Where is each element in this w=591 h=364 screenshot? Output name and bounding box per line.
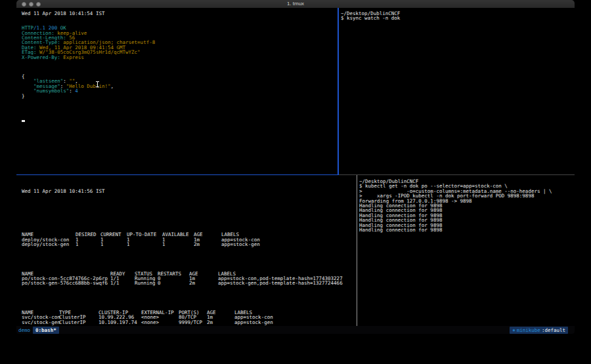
table-row: po/stock-gen-576cc688bb-swqf61/1Running0… [22, 281, 356, 285]
pane-http-response[interactable]: Wed 11 Apr 2018 10:41:54 IST HTTP/1.1 20… [16, 8, 338, 174]
active-pane-border-horizontal[interactable] [16, 174, 338, 176]
table-cell: 9999/TCP [179, 320, 207, 325]
table-row: deploy/stock-gen11112mapp=stock-gen [22, 242, 356, 247]
table-cell: po/stock-gen-576cc688bb-swqf6 [22, 281, 110, 285]
table-cell: 1/1 [110, 281, 135, 285]
table-cell: RESTARTS [158, 272, 189, 276]
date-line: Wed 11 Apr 2018 10:41:56 IST [22, 189, 356, 193]
tmux-status-bar: demo 0:bash* ⎈ minikube :default [16, 326, 575, 334]
blank-line [22, 296, 356, 300]
table-cell: 1 [162, 237, 194, 242]
pods-table: NAMEREADYSTATUSRESTARTSAGELABELSpo/stock… [22, 272, 356, 286]
table-cell: 2m [194, 242, 221, 247]
terminal-line [22, 60, 335, 64]
blank-line [22, 218, 356, 222]
table-cell: 1 [76, 242, 100, 247]
window-title: 1. tmux [16, 0, 575, 8]
pane-border-horizontal[interactable] [339, 174, 575, 175]
terminal-line: X-Powered-By: Express [22, 55, 335, 60]
table-cell: UP-TO-DATE [127, 232, 162, 237]
tmux-terminal[interactable]: Wed 11 Apr 2018 10:41:54 IST HTTP/1.1 20… [16, 8, 575, 326]
table-header-row: NAMEDESIREDCURRENTUP-TO-DATEAVAILABLEAGE… [22, 232, 356, 237]
table-cell: ClusterIP [59, 320, 98, 325]
kubernetes-helm-icon: ⎈ [512, 327, 515, 333]
table-cell: app=stock-gen [221, 242, 356, 247]
pane-kubectl-get[interactable]: Wed 11 Apr 2018 10:41:56 IST NAMEDESIRED… [16, 176, 356, 326]
table-cell: 1 [100, 242, 127, 247]
table-cell: 2m [189, 281, 218, 285]
table-cell: app=stock-gen [234, 320, 356, 325]
window-list-item-active[interactable]: 0:bash* [33, 327, 59, 334]
services-table: NAMETYPECLUSTER-IPEXTERNAL-IPPORT(S)AGEL… [22, 310, 356, 325]
pane-border-vertical[interactable] [357, 175, 357, 326]
table-row: svc/stock-genClusterIP10.109.197.74<none… [22, 320, 356, 325]
terminal-line: $ ksync watch -n dok [341, 16, 575, 20]
table-cell: 0 [158, 281, 189, 285]
kube-namespace: :default [542, 327, 565, 333]
table-cell: 10.109.197.74 [98, 320, 141, 325]
kube-context: minikube [517, 327, 540, 333]
table-cell: 1 [127, 237, 162, 242]
table-cell: 1 [100, 237, 127, 242]
terminal-line [22, 21, 335, 26]
table-cell: AVAILABLE [162, 232, 194, 237]
active-pane-border-vertical[interactable] [338, 8, 339, 175]
status-right: ⎈ minikube :default [510, 327, 568, 334]
mouse-ibeam-cursor [96, 81, 99, 87]
table-cell: 1 [127, 242, 162, 247]
pane-port-forward[interactable]: ~/Desktop/DublinCNCF$ kubectl get -n dok… [359, 176, 575, 326]
terminal-line [22, 70, 335, 74]
session-name: demo [18, 327, 30, 333]
terminal-line: Wed 11 Apr 2018 10:41:54 IST [22, 11, 335, 16]
terminal-line: } [22, 94, 335, 98]
terminal-line: Handling connection for 9898 [359, 228, 575, 232]
table-cell: app=stock-gen,pod-template-hash=13277244… [218, 281, 356, 285]
terminal-line [22, 64, 335, 69]
table-cell: 1 [162, 242, 194, 247]
table-cell: <none> [141, 320, 179, 325]
blank-line [22, 256, 356, 261]
table-cell: 2m [207, 320, 234, 325]
shell-cursor [22, 120, 25, 122]
table-cell: 0 [158, 276, 189, 281]
table-cell: Running [135, 281, 158, 285]
table-cell: CURRENT [100, 232, 127, 237]
terminal-line [22, 16, 335, 20]
pane-ksync[interactable]: ~/Desktop/DublinCNCF$ ksync watch -n dok [339, 8, 575, 174]
table-cell: deploy/stock-gen [22, 242, 76, 247]
table-cell: svc/stock-gen [22, 320, 59, 325]
terminal-line: "numsymbols": 4 [22, 89, 335, 93]
terminal-window: 1. tmux Wed 11 Apr 2018 10:41:54 IST HTT… [16, 0, 575, 334]
table-cell: DESIRED [76, 232, 100, 237]
desktop-background: 1. tmux Wed 11 Apr 2018 10:41:54 IST HTT… [0, 0, 591, 364]
table-row: deploy/stock-con11111mapp=stock-con [22, 237, 356, 242]
table-cell: 1 [76, 237, 100, 242]
window-titlebar[interactable]: 1. tmux [16, 0, 575, 8]
deployments-table: NAMEDESIREDCURRENTUP-TO-DATEAVAILABLEAGE… [22, 232, 356, 247]
blank-line [22, 203, 356, 208]
